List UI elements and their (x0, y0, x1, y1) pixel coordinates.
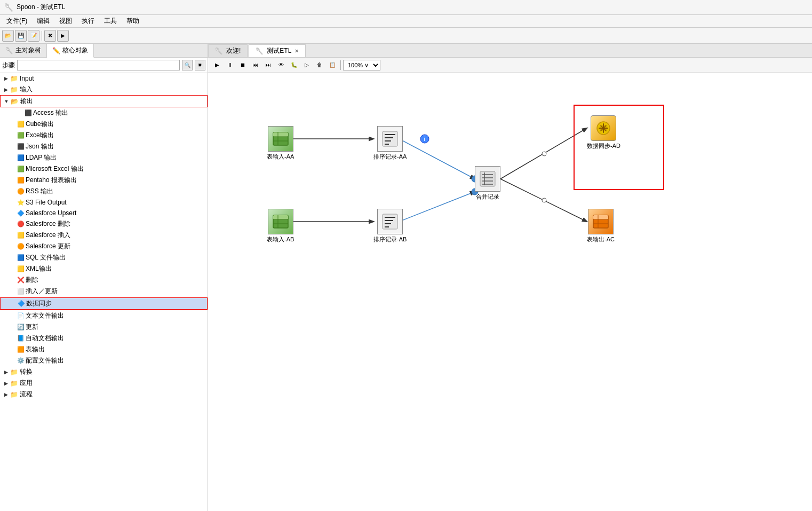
tree-item-input[interactable]: ▶ 📁 Input (0, 73, 208, 84)
toolbar-run-btn[interactable]: ▶ (57, 30, 69, 42)
svg-point-12 (542, 152, 546, 156)
label-node-table-input-ab: 表输入-AB (267, 235, 294, 243)
tab-test-etl[interactable]: 🥄 测试ETL ✕ (249, 44, 306, 57)
zoom-select[interactable]: 100% ∨ 75% 50% 125% 150% 200% (343, 60, 380, 70)
tree-item-update[interactable]: 🔄 更新 (0, 321, 208, 333)
label-s3: S3 File Output (26, 199, 67, 206)
node-icon-table-input-ab (268, 209, 293, 234)
toggle-transform[interactable]: ▶ (2, 368, 10, 376)
canvas-stop-btn[interactable]: ⏹ (237, 60, 249, 70)
menu-view[interactable]: 视图 (55, 15, 76, 27)
node-table-input-ab[interactable]: 表输入-AB (267, 209, 294, 243)
toolbar-close-btn[interactable]: ✖ (44, 30, 56, 42)
label-node-data-sync-ad: 数据同步-AD (587, 142, 620, 150)
search-input[interactable] (17, 60, 180, 70)
icon-json: ⬛ (17, 143, 25, 151)
app-icon: 🥄 (4, 3, 13, 12)
menu-run[interactable]: 执行 (77, 15, 99, 27)
tree-container: ▶ 📁 Input ▶ 📁 输入 ▼ 📂 输出 ⬛ Access 输出 (0, 73, 208, 511)
canvas-stepfwd-btn[interactable]: ⏭ (262, 60, 274, 70)
welcome-tab-label: 欢迎! (226, 46, 241, 56)
tree-item-flow[interactable]: ▶ 📁 流程 (0, 389, 208, 400)
left-panel: 🥄 主对象树 ✏️ 核心对象 步骤 🔍 ✖ ▶ 📁 Input (0, 44, 208, 511)
search-clear-btn[interactable]: ✖ (195, 60, 205, 70)
toggle-output[interactable]: ▼ (3, 98, 10, 105)
tree-item-s3[interactable]: ⭐ S3 File Output (0, 197, 208, 208)
tab-main-objects[interactable]: 🥄 主对象树 (0, 44, 47, 57)
tree-item-json[interactable]: ⬛ Json 输出 (0, 141, 208, 152)
toggle-app[interactable]: ▶ (2, 380, 10, 387)
toggle-flow[interactable]: ▶ (2, 391, 10, 398)
node-table-output-ac[interactable]: 表输出-AC (587, 209, 615, 243)
folder-icon-input: 📁 (10, 74, 18, 83)
tree-item-access-output[interactable]: ⬛ Access 输出 (0, 107, 208, 119)
tab-welcome[interactable]: 🥄 欢迎! (208, 44, 248, 57)
label-sf-update: Salesforce 更新 (26, 242, 70, 251)
tree-item-delete[interactable]: ❌ 删除 (0, 274, 208, 286)
icon-ms-excel: 🟩 (17, 166, 25, 173)
canvas-run-btn[interactable]: ▶ (211, 60, 223, 70)
title-bar: 🥄 Spoon - 测试ETL (0, 0, 812, 15)
node-data-sync-ad[interactable]: 数据同步-AD (587, 115, 620, 150)
icon-table-output: 🟧 (17, 346, 25, 353)
folder-icon-flow: 📁 (10, 390, 18, 399)
tree-item-data-sync[interactable]: 🔷 数据同步 (0, 297, 208, 310)
menu-help[interactable]: 帮助 (122, 15, 144, 27)
tree-item-sql[interactable]: 🟦 SQL 文件输出 (0, 252, 208, 263)
tree-item-sf-delete[interactable]: 🔴 Salesforce 删除 (0, 218, 208, 230)
canvas-stepback-btn[interactable]: ⏮ (250, 60, 261, 70)
label-transform: 转换 (20, 367, 33, 376)
tree-item-table-output[interactable]: 🟧 表输出 (0, 344, 208, 355)
tree-item-ldap[interactable]: 🟦 LDAP 输出 (0, 152, 208, 163)
menu-tools[interactable]: 工具 (100, 15, 121, 27)
menu-file[interactable]: 文件(F) (2, 15, 31, 27)
toolbar-saveas-btn[interactable]: 📝 (28, 30, 39, 42)
canvas-debug-btn[interactable]: 🐛 (288, 60, 300, 70)
tab-core-objects[interactable]: ✏️ 核心对象 (47, 44, 94, 58)
toggle-input-cn[interactable]: ▶ (2, 86, 10, 93)
tree-item-text-output[interactable]: 📄 文本文件输出 (0, 310, 208, 321)
icon-rss: 🟠 (17, 188, 25, 195)
tree-item-config-output[interactable]: ⚙️ 配置文件输出 (0, 355, 208, 366)
toolbar-save-btn[interactable]: 💾 (15, 30, 27, 42)
label-node-table-input-aa: 表输入-AA (267, 153, 294, 161)
tree-item-xml[interactable]: 🟨 XML输出 (0, 263, 208, 274)
tree-item-sf-update[interactable]: 🟠 Salesforce 更新 (0, 241, 208, 252)
toggle-input[interactable]: ▶ (2, 75, 10, 82)
canvas-clear-btn[interactable]: 🗑 (314, 60, 325, 70)
label-input: Input (20, 75, 34, 82)
menu-edit[interactable]: 编辑 (33, 15, 54, 27)
tree-item-input-cn[interactable]: ▶ 📁 输入 (0, 84, 208, 95)
tree-item-sf-insert[interactable]: 🟨 Salesforce 插入 (0, 230, 208, 241)
tree-item-excel[interactable]: 🟩 Excel输出 (0, 130, 208, 141)
canvas-pause-btn[interactable]: ⏸ (224, 60, 236, 70)
node-table-input-aa[interactable]: 表输入-AA (267, 126, 294, 161)
icon-sf-insert: 🟨 (17, 232, 25, 239)
icon-xml: 🟨 (17, 265, 25, 273)
tree-item-insert-update[interactable]: ⬜ 插入／更新 (0, 286, 208, 297)
test-etl-tab-close[interactable]: ✕ (294, 48, 299, 54)
label-auto-doc: 自动文档输出 (26, 334, 64, 343)
tree-item-pentaho[interactable]: 🟧 Pentaho 报表输出 (0, 175, 208, 186)
label-config-output: 配置文件输出 (26, 356, 64, 365)
tree-item-output[interactable]: ▼ 📂 输出 (0, 95, 208, 107)
canvas-log-btn[interactable]: 📋 (327, 60, 338, 70)
node-sort-aa[interactable]: 排序记录-AA (373, 126, 407, 161)
toolbar-open-btn[interactable]: 📂 (2, 30, 14, 42)
canvas-run2-btn[interactable]: ▷ (301, 60, 313, 70)
tree-item-ms-excel[interactable]: 🟩 Microsoft Excel 输出 (0, 163, 208, 175)
node-merge[interactable]: 合并记录 (475, 166, 500, 201)
label-delete: 删除 (26, 276, 38, 285)
search-btn[interactable]: 🔍 (182, 60, 193, 70)
tree-item-rss[interactable]: 🟠 RSS 输出 (0, 186, 208, 197)
label-rss: RSS 输出 (26, 187, 53, 196)
canvas-preview-btn[interactable]: 👁 (275, 60, 287, 70)
tree-item-app[interactable]: ▶ 📁 应用 (0, 378, 208, 389)
tree-item-auto-doc[interactable]: 📘 自动文档输出 (0, 333, 208, 344)
canvas-area[interactable]: i 表输入-AA (208, 73, 812, 511)
label-sf-upsert: Salesforce Upsert (26, 209, 76, 217)
tree-item-cube[interactable]: 🟨 Cube输出 (0, 119, 208, 130)
node-sort-ab[interactable]: 排序记录-AB (373, 209, 407, 243)
tree-item-sf-upsert[interactable]: 🔷 Salesforce Upsert (0, 208, 208, 218)
tree-item-transform[interactable]: ▶ 📁 转换 (0, 366, 208, 378)
